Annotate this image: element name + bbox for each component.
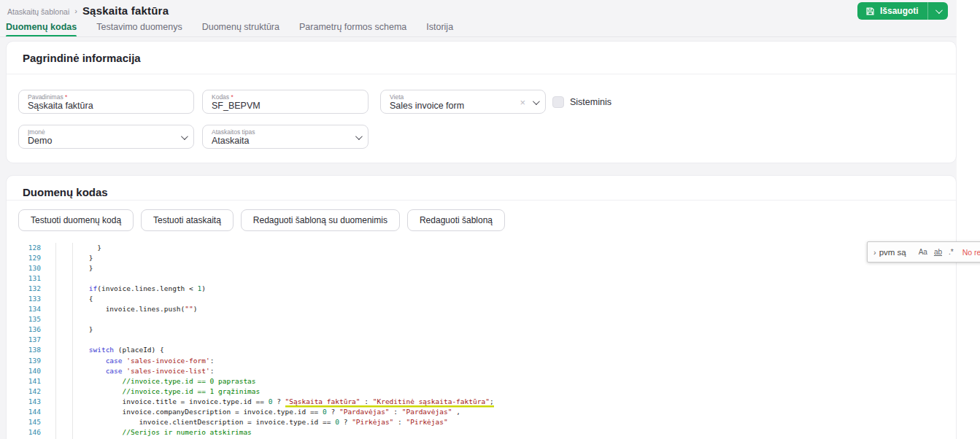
find-input[interactable] (879, 248, 917, 257)
ataskaitos-tipas-value: Ataskaita (212, 136, 360, 147)
page-title: Sąskaita faktūra (82, 4, 169, 17)
vieta-value: Sales invoice form (390, 101, 538, 112)
sisteminis-label: Sisteminis (570, 97, 611, 107)
find-results-text: No results (962, 248, 980, 257)
code-line[interactable]: 145 invoice.clientDescription = invoice.… (7, 417, 956, 427)
breadcrumb: Ataskaitų šablonai › Sąskaita faktūra (7, 4, 169, 17)
line-number: 146 (7, 427, 41, 438)
chevron-down-icon[interactable] (181, 133, 188, 140)
pavadinimas-field[interactable]: Pavadinimas * Sąskaita faktūra (18, 90, 194, 114)
breadcrumb-parent-link[interactable]: Ataskaitų šablonai (7, 7, 69, 16)
code-line[interactable]: 144 invoice.companyDescription = invoice… (7, 407, 956, 417)
tabbar-divider (0, 36, 957, 37)
main-info-card: Pagrindinė informacija Pavadinimas * Sąs… (6, 41, 957, 163)
pavadinimas-label: Pavadinimas (28, 93, 63, 101)
code-editor[interactable]: 128 }129 }130 }131132 if(invoice.lines.l… (7, 243, 956, 439)
code-line[interactable]: 135 (7, 314, 956, 325)
line-number: 138 (7, 345, 41, 355)
edit-template-with-data-button[interactable]: Redaguoti šabloną su duomenimis (241, 209, 400, 231)
tab-istorija[interactable]: Istorija (426, 22, 453, 37)
line-number: 139 (7, 356, 41, 366)
chevron-right-icon: › (74, 7, 77, 15)
save-button-label: Išsaugoti (880, 6, 919, 16)
code-line[interactable]: 141 //invoice.type.id == 0 paprastas (7, 376, 956, 386)
required-marker: * (231, 93, 233, 101)
edit-template-button[interactable]: Redaguoti šabloną (407, 209, 505, 231)
pavadinimas-value: Sąskaita faktūra (28, 101, 186, 112)
whole-word-icon[interactable]: ab (934, 248, 942, 256)
line-number: 143 (7, 397, 41, 407)
imone-value: Demo (28, 136, 186, 147)
card-divider (7, 74, 956, 74)
test-data-code-button[interactable]: Testuoti duomenų kodą (18, 209, 134, 231)
kodas-value: SF_BEPVM (212, 101, 360, 112)
code-line[interactable]: 140 case 'sales-invoice-list': (7, 366, 956, 376)
toggle-replace-icon[interactable]: › (871, 248, 879, 257)
code-section-title: Duomenų kodas (23, 186, 108, 198)
code-line[interactable]: 131 (7, 273, 956, 284)
line-number: 140 (7, 366, 41, 376)
code-line[interactable]: 134 invoice.lines.push("") (7, 304, 956, 314)
code-lines: 128 }129 }130 }131132 if(invoice.lines.l… (7, 243, 956, 438)
clear-icon[interactable]: × (520, 98, 525, 107)
line-number: 144 (7, 407, 41, 417)
code-line[interactable]: 133 { (7, 294, 956, 304)
vieta-select[interactable]: Vieta Sales invoice form × (380, 90, 546, 114)
tab-duomenu-struktura[interactable]: Duomenų struktūra (202, 22, 279, 37)
line-number: 129 (7, 253, 41, 263)
line-number: 141 (7, 376, 41, 386)
match-case-icon[interactable]: Aa (919, 248, 927, 256)
tab-bar: Duomenų kodas Testavimo duomenys Duomenų… (6, 22, 957, 37)
chevron-down-icon[interactable] (533, 98, 540, 105)
main-info-title: Pagrindinė informacija (23, 52, 141, 64)
code-line[interactable]: 132 if(invoice.lines.length < 1) (7, 284, 956, 294)
line-number: 132 (7, 284, 41, 294)
sisteminis-checkbox[interactable] (552, 96, 564, 108)
ataskaitos-tipas-select[interactable]: Ataskaitos tipas Ataskaita (202, 125, 369, 149)
line-number: 137 (7, 335, 41, 345)
code-line[interactable]: 137 (7, 335, 956, 345)
line-number: 145 (7, 417, 41, 427)
chevron-down-icon (935, 7, 943, 14)
line-number: 134 (7, 304, 41, 314)
code-line[interactable]: 138 switch (placeId) { (7, 345, 956, 355)
line-number: 131 (7, 273, 41, 284)
line-number: 128 (7, 243, 41, 253)
line-number: 142 (7, 386, 41, 397)
line-number: 133 (7, 294, 41, 304)
regex-icon[interactable]: .* (949, 248, 954, 256)
page-background: Ataskaitų šablonai › Sąskaita faktūra Iš… (0, 0, 957, 439)
sisteminis-checkbox-row[interactable]: Sisteminis (552, 90, 611, 114)
save-button[interactable]: Išsaugoti (857, 2, 927, 20)
test-report-button[interactable]: Testuoti ataskaitą (141, 209, 234, 231)
code-line[interactable]: 136 } (7, 325, 956, 335)
tab-testavimo-duomenys[interactable]: Testavimo duomenys (96, 22, 182, 37)
indent-guide (55, 243, 56, 439)
line-number: 130 (7, 263, 41, 273)
code-line[interactable]: 128 } (7, 243, 956, 253)
ataskaitos-tipas-label: Ataskaitos tipas (212, 128, 360, 136)
save-icon (865, 7, 875, 16)
code-line[interactable]: 142 //invoice.type.id == 1 grąžinimas (7, 386, 956, 397)
indent-guide (72, 243, 73, 439)
chevron-down-icon[interactable] (355, 133, 363, 140)
imone-select[interactable]: Įmonė Demo (18, 125, 194, 149)
code-line[interactable]: 130 } (7, 263, 956, 273)
line-number: 135 (7, 314, 41, 325)
save-split-button: Išsaugoti (857, 2, 948, 20)
kodas-field[interactable]: Kodas * SF_BEPVM (202, 90, 369, 114)
tab-parametru-formos-schema[interactable]: Parametrų formos schema (299, 22, 406, 37)
code-line[interactable]: 129 } (7, 253, 956, 263)
required-marker: * (65, 93, 67, 101)
code-line[interactable]: 139 case 'sales-invoice-form': (7, 356, 956, 366)
save-dropdown-button[interactable] (928, 2, 948, 20)
kodas-label: Kodas (212, 93, 229, 101)
code-line[interactable]: 146 //Serijos ir numerio atskirimas (7, 427, 956, 438)
code-line[interactable]: 143 invoice.title = invoice.type.id == 0… (7, 397, 956, 407)
find-widget: › Aa ab .* No results (867, 241, 980, 263)
code-actions: Testuoti duomenų kodą Testuoti ataskaitą… (18, 209, 505, 231)
code-card: Duomenų kodas Testuoti duomenų kodą Test… (6, 175, 957, 439)
tab-duomenu-kodas[interactable]: Duomenų kodas (6, 22, 77, 37)
line-number: 136 (7, 325, 41, 335)
imone-label: Įmonė (28, 128, 186, 136)
